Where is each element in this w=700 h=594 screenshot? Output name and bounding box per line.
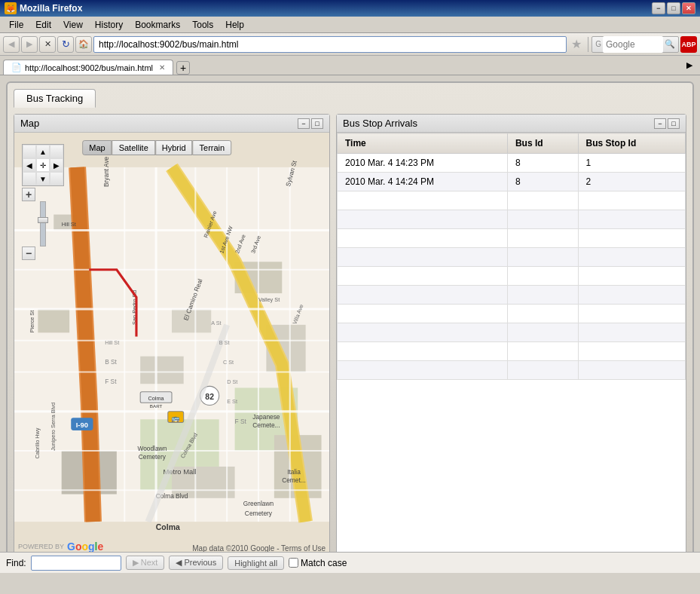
svg-text:Japanese: Japanese: [252, 413, 280, 421]
arrivals-panel-title: Bus Stop Arrivals: [343, 118, 417, 129]
browser-tab-label: http://localhost:9002/bus/main.html: [25, 63, 153, 72]
arrivals-table: Time Bus Id Bus Stop Id 2010 Mar. 4 14:2…: [337, 133, 686, 380]
map-zoom-thumb[interactable]: [38, 217, 48, 223]
arrivals-minimize-button[interactable]: −: [654, 118, 666, 129]
map-type-satellite[interactable]: Satellite: [112, 140, 155, 155]
map-type-hybrid[interactable]: Hybrid: [155, 140, 193, 155]
svg-text:Cabrillo Hwy: Cabrillo Hwy: [34, 427, 41, 458]
table-row-empty: [338, 305, 686, 323]
map-type-terrain[interactable]: Terrain: [193, 140, 232, 155]
bookmark-star-icon[interactable]: ★: [571, 37, 582, 51]
arrivals-maximize-button[interactable]: □: [668, 118, 680, 129]
browser-tab-close-icon[interactable]: ✕: [159, 63, 165, 72]
minimize-button[interactable]: −: [652, 2, 665, 14]
svg-text:E St: E St: [227, 398, 237, 405]
table-row-empty: [338, 323, 686, 342]
svg-text:Bryant Ave: Bryant Ave: [102, 156, 110, 187]
table-row-empty: [338, 361, 686, 380]
title-bar-buttons: − □ ✕: [652, 2, 695, 14]
adblock-button[interactable]: ABP: [680, 36, 697, 53]
map-type-map[interactable]: Map: [82, 140, 112, 155]
panels-container: Map − □: [14, 114, 686, 557]
map-zoom-in[interactable]: +: [22, 188, 35, 201]
svg-text:BART: BART: [150, 403, 163, 409]
new-tab-button[interactable]: +: [176, 61, 190, 75]
svg-text:I-90: I-90: [76, 421, 88, 429]
browser-tab-active[interactable]: 📄 http://localhost:9002/bus/main.html ✕: [3, 60, 173, 75]
search-icon[interactable]: 🔍: [665, 39, 675, 49]
search-input[interactable]: [603, 36, 663, 53]
find-bar: Find: ▶ Next ◀ Previous Highlight all Ma…: [0, 552, 700, 573]
reload-button[interactable]: ↻: [57, 36, 74, 53]
stop-button[interactable]: ✕: [39, 36, 56, 53]
svg-text:D St: D St: [227, 378, 237, 385]
browser-tab-favicon: 📄: [11, 63, 22, 72]
map-panel: Map − □: [14, 114, 330, 557]
svg-rect-8: [38, 309, 69, 332]
find-matchcase-label: Match case: [289, 558, 347, 568]
table-row-empty: [338, 267, 686, 286]
separator: [588, 37, 588, 52]
find-previous-arrow-icon: ◀: [176, 558, 182, 567]
table-row-empty: [338, 210, 686, 229]
menu-file[interactable]: File: [3, 18, 29, 32]
map-panel-controls: − □: [298, 118, 323, 129]
svg-text:Pierce St: Pierce St: [29, 311, 35, 333]
google-icon: G: [595, 40, 601, 48]
google-logo: POWERED BY Google: [18, 540, 103, 553]
menu-history[interactable]: History: [89, 18, 129, 32]
map-nav-n[interactable]: ▲: [36, 145, 50, 158]
forward-button[interactable]: ▶: [21, 36, 38, 53]
map-nav-nw[interactable]: [23, 145, 36, 158]
address-bar[interactable]: [93, 36, 567, 53]
arrivals-panel-header: Bus Stop Arrivals − □: [337, 115, 686, 133]
arrivals-panel: Bus Stop Arrivals − □ Time Bus Id Bus St…: [336, 114, 686, 557]
map-nav-ne[interactable]: [50, 145, 63, 158]
table-cell-time: 2010 Mar. 4 14:23 PM: [338, 154, 508, 173]
tab-scroll-right-icon[interactable]: ▶: [686, 60, 697, 70]
close-button[interactable]: ✕: [682, 2, 695, 14]
find-matchcase-checkbox[interactable]: [289, 558, 298, 568]
table-cell-time: 2010 Mar. 4 14:24 PM: [338, 173, 508, 191]
table-row-empty: [338, 342, 686, 361]
find-previous-button[interactable]: ◀ Previous: [169, 556, 223, 570]
map-nav-center[interactable]: ✛: [36, 158, 50, 172]
app-tab-bar: Bus Tracking: [14, 89, 686, 108]
map-panel-title: Map: [20, 118, 39, 129]
find-input[interactable]: [31, 556, 121, 571]
menu-edit[interactable]: Edit: [29, 18, 57, 32]
find-highlight-button[interactable]: Highlight all: [228, 556, 284, 570]
table-row-empty: [338, 248, 686, 267]
nav-bar: ◀ ▶ ✕ ↻ 🏠 ★ G 🔍 ABP: [0, 33, 700, 56]
maximize-button[interactable]: □: [667, 2, 680, 14]
svg-text:A St: A St: [211, 320, 221, 326]
tab-bus-tracking[interactable]: Bus Tracking: [14, 89, 96, 108]
map-footer: POWERED BY Google: [18, 540, 103, 553]
find-matchcase-text: Match case: [301, 558, 347, 568]
map-zoom-out[interactable]: −: [22, 246, 35, 260]
back-button[interactable]: ◀: [3, 36, 20, 53]
svg-text:C St: C St: [223, 359, 234, 366]
find-next-button[interactable]: ▶ Next: [126, 556, 165, 570]
app-container: Bus Tracking Map − □: [6, 81, 694, 567]
map-zoom-track[interactable]: [40, 201, 46, 246]
tab-bus-tracking-label: Bus Tracking: [26, 93, 83, 104]
map-nav-s[interactable]: ▼: [36, 172, 50, 185]
map-minimize-button[interactable]: −: [298, 118, 310, 129]
map-area[interactable]: Bryant Ave Hill St El Camino Real San Pe…: [14, 133, 329, 556]
find-next-label: Next: [141, 558, 158, 567]
col-time: Time: [338, 133, 508, 154]
menu-help[interactable]: Help: [219, 18, 250, 32]
map-nav-se[interactable]: [50, 172, 63, 185]
menu-view[interactable]: View: [57, 18, 89, 32]
map-nav-sw[interactable]: [23, 172, 36, 185]
window-title: Mozilla Firefox: [20, 3, 82, 14]
map-maximize-button[interactable]: □: [311, 118, 323, 129]
svg-text:F St: F St: [235, 418, 247, 425]
map-nav-w[interactable]: ◀: [23, 158, 36, 172]
map-nav-e[interactable]: ▶: [50, 158, 63, 172]
menu-tools[interactable]: Tools: [186, 18, 219, 32]
menu-bookmarks[interactable]: Bookmarks: [129, 18, 186, 32]
map-direction-pad: ▲ ◀ ✛ ▶ ▼: [22, 144, 64, 186]
home-button[interactable]: 🏠: [75, 36, 92, 53]
